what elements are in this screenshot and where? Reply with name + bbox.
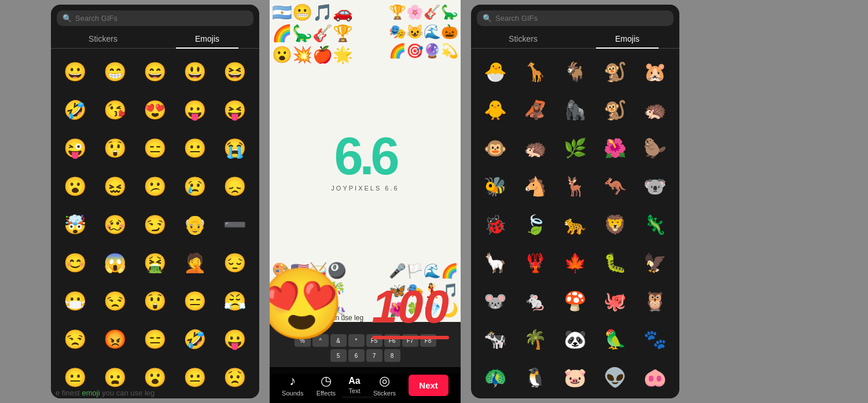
emoji-cell[interactable]: 🐆	[556, 206, 594, 243]
emoji-cell[interactable]: 🦔	[516, 130, 554, 167]
emoji-cell[interactable]: 🐹	[636, 53, 675, 90]
emoji-cell[interactable]: 🌿	[556, 130, 594, 167]
emoji-cell[interactable]: 🦉	[636, 283, 675, 320]
emoji-cell[interactable]: 🌴	[516, 321, 554, 358]
emoji-cell[interactable]: 😁	[95, 53, 134, 90]
tab-stickers-left[interactable]: Stickers	[51, 30, 155, 48]
emoji-cell[interactable]: 😛	[176, 91, 215, 129]
tab-emojis-left[interactable]: Emojis	[155, 30, 259, 48]
emoji-cell[interactable]: 🤮	[135, 244, 174, 281]
emoji-cell[interactable]: 🦙	[476, 244, 514, 281]
emoji-cell[interactable]: 🤣	[176, 321, 215, 358]
emoji-cell[interactable]: 😔	[216, 244, 255, 281]
emoji-cell[interactable]: 😏	[135, 206, 174, 243]
emoji-cell[interactable]: 🍁	[556, 244, 594, 281]
emoji-cell[interactable]: 🦌	[556, 168, 594, 205]
stickers-toolbar-button[interactable]: ◎ Stickers	[373, 373, 396, 397]
emoji-cell[interactable]: 🤦	[176, 244, 215, 281]
emoji-cell[interactable]: 🦞	[516, 244, 554, 281]
emoji-cell[interactable]: 🦎	[636, 206, 675, 243]
emoji-cell[interactable]: 😛	[216, 321, 255, 358]
emoji-cell[interactable]: 🦚	[476, 359, 514, 396]
emoji-cell[interactable]: 😦	[95, 359, 134, 387]
emoji-cell[interactable]: 😤	[216, 283, 255, 320]
emoji-cell[interactable]: 😐	[176, 359, 215, 387]
emoji-cell[interactable]: 🦍	[556, 91, 594, 129]
right-search-input[interactable]	[495, 14, 668, 23]
emoji-cell[interactable]: 😒	[56, 321, 94, 358]
emoji-cell[interactable]: 😃	[176, 53, 215, 90]
emoji-cell[interactable]: 😝	[216, 91, 255, 129]
left-search-bar[interactable]: 🔍	[57, 10, 253, 26]
emoji-cell[interactable]: 😐	[176, 130, 215, 167]
emoji-cell[interactable]: 🐒	[596, 53, 635, 90]
emoji-cell[interactable]: 🍃	[516, 206, 554, 243]
emoji-cell[interactable]: ➖	[216, 206, 255, 243]
emoji-cell[interactable]: 😖	[95, 168, 134, 205]
emoji-cell[interactable]: 😑	[176, 283, 215, 320]
emoji-cell[interactable]: 🦘	[596, 168, 635, 205]
emoji-cell[interactable]: 🦫	[636, 130, 675, 167]
tab-emojis-right[interactable]: Emojis	[575, 30, 679, 48]
emoji-cell[interactable]: 😱	[95, 244, 134, 281]
emoji-cell[interactable]: 🤯	[56, 206, 94, 243]
emoji-cell[interactable]: 🐵	[476, 130, 514, 167]
emoji-cell[interactable]: 😆	[216, 53, 255, 90]
emoji-cell[interactable]: 🦁	[596, 206, 635, 243]
emoji-cell[interactable]: 😢	[176, 168, 215, 205]
emoji-cell[interactable]: 🦔	[636, 91, 675, 129]
left-search-input[interactable]	[75, 14, 248, 23]
emoji-cell[interactable]: 🤣	[56, 91, 94, 129]
emoji-cell[interactable]: 😘	[95, 91, 134, 129]
emoji-cell[interactable]: 🐷	[556, 359, 594, 396]
emoji-cell[interactable]: 🐣	[476, 53, 514, 90]
emoji-cell[interactable]: 😟	[216, 359, 255, 387]
sounds-button[interactable]: ♪ Sounds	[282, 373, 303, 397]
emoji-cell[interactable]: 😊	[56, 244, 94, 281]
emoji-cell[interactable]: 🐧	[516, 359, 554, 396]
emoji-cell[interactable]: 🐄	[476, 321, 514, 358]
emoji-cell[interactable]: 😄	[135, 53, 174, 90]
emoji-cell[interactable]: 👽	[596, 359, 635, 396]
emoji-cell[interactable]: 🐨	[636, 168, 675, 205]
emoji-cell[interactable]: 😲	[135, 283, 174, 320]
emoji-cell[interactable]: 😀	[56, 53, 94, 90]
emoji-cell[interactable]: 😑	[135, 130, 174, 167]
emoji-cell[interactable]: 😒	[95, 283, 134, 320]
emoji-cell[interactable]: 🐭	[476, 283, 514, 320]
emoji-cell[interactable]: 😞	[216, 168, 255, 205]
emoji-cell[interactable]: 😕	[135, 168, 174, 205]
tab-stickers-right[interactable]: Stickers	[471, 30, 575, 48]
emoji-cell[interactable]: 🐞	[476, 206, 514, 243]
emoji-cell[interactable]: 🐙	[596, 283, 635, 320]
emoji-cell[interactable]: 🌺	[596, 130, 635, 167]
emoji-cell[interactable]: 🦒	[516, 53, 554, 90]
emoji-cell[interactable]: 🦜	[596, 321, 635, 358]
right-search-bar[interactable]: 🔍	[477, 10, 674, 26]
emoji-cell[interactable]: 😮	[135, 359, 174, 387]
emoji-cell[interactable]: 🦧	[516, 91, 554, 129]
emoji-cell[interactable]: 😜	[56, 130, 94, 167]
emoji-cell[interactable]: 🐒	[596, 91, 635, 129]
back-button[interactable]: ←	[274, 4, 286, 17]
emoji-cell[interactable]: 😐	[56, 359, 94, 387]
emoji-cell[interactable]: 🥴	[95, 206, 134, 243]
emoji-cell[interactable]: 😷	[56, 283, 94, 320]
emoji-cell[interactable]: 🍄	[556, 283, 594, 320]
emoji-cell[interactable]: 🐾	[636, 321, 675, 358]
emoji-cell[interactable]: 👴	[176, 206, 215, 243]
emoji-cell[interactable]: 🐴	[516, 168, 554, 205]
emoji-cell[interactable]: 🐥	[476, 91, 514, 129]
emoji-cell[interactable]: 🐐	[556, 53, 594, 90]
emoji-cell[interactable]: 🐁	[516, 283, 554, 320]
effects-button[interactable]: ◷ Effects	[317, 373, 336, 397]
emoji-cell[interactable]: 😲	[95, 130, 134, 167]
text-button[interactable]: Aa Text	[348, 376, 360, 394]
next-button[interactable]: Next	[409, 375, 448, 396]
emoji-cell[interactable]: 😑	[135, 321, 174, 358]
emoji-cell[interactable]: 🐝	[476, 168, 514, 205]
emoji-cell[interactable]: 🐽	[636, 359, 675, 396]
emoji-cell[interactable]: 🐛	[596, 244, 635, 281]
emoji-cell[interactable]: 🐼	[556, 321, 594, 358]
emoji-cell[interactable]: 🦅	[636, 244, 675, 281]
